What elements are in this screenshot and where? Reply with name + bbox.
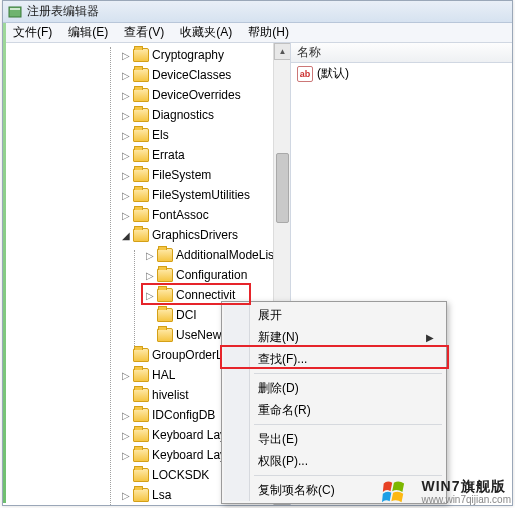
menu-favorites[interactable]: 收藏夹(A) bbox=[172, 22, 240, 43]
tree-label: FileSystem bbox=[152, 168, 211, 182]
expand-icon[interactable]: ▷ bbox=[119, 88, 133, 102]
expand-icon[interactable]: ▷ bbox=[119, 48, 133, 62]
menu-item-label: 删除(D) bbox=[258, 380, 299, 397]
tree-label: DeviceOverrides bbox=[152, 88, 241, 102]
expand-icon[interactable]: ▷ bbox=[119, 108, 133, 122]
expand-icon[interactable]: ▷ bbox=[119, 448, 133, 462]
folder-icon bbox=[133, 468, 149, 482]
tree-node-diagnostics[interactable]: ▷Diagnostics bbox=[5, 105, 290, 125]
tree-node-graphicsdrivers[interactable]: ◢GraphicsDrivers bbox=[5, 225, 290, 245]
tree-label: Errata bbox=[152, 148, 185, 162]
menu-edit[interactable]: 编辑(E) bbox=[60, 22, 116, 43]
tree-node-deviceoverrides[interactable]: ▷DeviceOverrides bbox=[5, 85, 290, 105]
tree-label: FileSystemUtilities bbox=[152, 188, 250, 202]
menu-item-label: 展开 bbox=[258, 307, 282, 324]
folder-icon bbox=[133, 428, 149, 442]
tree-label: Cryptography bbox=[152, 48, 224, 62]
left-decoration bbox=[3, 23, 6, 503]
tree-node-filesystem[interactable]: ▷FileSystem bbox=[5, 165, 290, 185]
tree-node-cryptography[interactable]: ▷Cryptography bbox=[5, 45, 290, 65]
no-expand-icon bbox=[119, 348, 133, 362]
no-expand-icon bbox=[119, 388, 133, 402]
tree-node-additionalmodelis[interactable]: ▷AdditionalModeLis bbox=[5, 245, 290, 265]
expand-icon[interactable]: ▷ bbox=[119, 488, 133, 502]
folder-icon bbox=[133, 388, 149, 402]
watermark-title: WIN7旗舰版 bbox=[422, 479, 511, 494]
folder-icon bbox=[133, 68, 149, 82]
folder-icon bbox=[133, 148, 149, 162]
menu-item-label: 复制项名称(C) bbox=[258, 482, 335, 499]
app-icon bbox=[7, 4, 23, 20]
expand-icon[interactable]: ▷ bbox=[143, 268, 157, 282]
tree-label: GroupOrderLi bbox=[152, 348, 225, 362]
tree-node-filesystemutilities[interactable]: ▷FileSystemUtilities bbox=[5, 185, 290, 205]
tree-label: Connectivit bbox=[176, 288, 235, 302]
expand-icon[interactable]: ▷ bbox=[143, 248, 157, 262]
expand-icon[interactable]: ▷ bbox=[119, 148, 133, 162]
folder-icon bbox=[157, 308, 173, 322]
collapse-icon[interactable]: ◢ bbox=[119, 228, 133, 242]
folder-icon bbox=[133, 88, 149, 102]
folder-icon bbox=[133, 128, 149, 142]
tree-label: IDConfigDB bbox=[152, 408, 215, 422]
folder-icon bbox=[133, 448, 149, 462]
value-row-default[interactable]: ab (默认) bbox=[291, 63, 512, 84]
string-value-icon: ab bbox=[297, 66, 313, 82]
expand-icon[interactable]: ▷ bbox=[143, 288, 157, 302]
menu-item-label: 重命名(R) bbox=[258, 402, 311, 419]
expand-icon[interactable]: ▷ bbox=[119, 68, 133, 82]
folder-icon bbox=[133, 348, 149, 362]
folder-icon bbox=[133, 368, 149, 382]
folder-icon bbox=[133, 188, 149, 202]
menu-item-权限p[interactable]: 权限(P)... bbox=[224, 450, 444, 472]
expand-icon[interactable]: ▷ bbox=[119, 188, 133, 202]
tree-node-deviceclasses[interactable]: ▷DeviceClasses bbox=[5, 65, 290, 85]
folder-icon bbox=[133, 228, 149, 242]
expand-icon[interactable]: ▷ bbox=[119, 408, 133, 422]
tree-node-errata[interactable]: ▷Errata bbox=[5, 145, 290, 165]
menu-item-新建n[interactable]: 新建(N)▶ bbox=[224, 326, 444, 348]
menu-view[interactable]: 查看(V) bbox=[116, 22, 172, 43]
value-name: (默认) bbox=[317, 65, 349, 82]
tree-node-configuration[interactable]: ▷Configuration bbox=[5, 265, 290, 285]
expand-icon[interactable]: ▷ bbox=[119, 208, 133, 222]
menu-item-label: 导出(E) bbox=[258, 431, 298, 448]
scroll-thumb[interactable] bbox=[276, 153, 289, 223]
tree-label: LOCKSDK bbox=[152, 468, 209, 482]
expand-icon[interactable]: ▷ bbox=[119, 168, 133, 182]
folder-icon bbox=[157, 268, 173, 282]
menu-item-label: 查找(F)... bbox=[258, 351, 307, 368]
tree-label: Configuration bbox=[176, 268, 247, 282]
menu-item-重命名r[interactable]: 重命名(R) bbox=[224, 399, 444, 421]
menu-file[interactable]: 文件(F) bbox=[5, 22, 60, 43]
tree-label: Els bbox=[152, 128, 169, 142]
folder-icon bbox=[133, 48, 149, 62]
tree-label: FontAssoc bbox=[152, 208, 209, 222]
tree-label: DeviceClasses bbox=[152, 68, 231, 82]
folder-icon bbox=[133, 488, 149, 502]
tree-label: Diagnostics bbox=[152, 108, 214, 122]
menu-help[interactable]: 帮助(H) bbox=[240, 22, 297, 43]
regedit-window: 注册表编辑器 文件(F) 编辑(E) 查看(V) 收藏夹(A) 帮助(H) ▷C… bbox=[2, 0, 513, 506]
tree-label: hivelist bbox=[152, 388, 189, 402]
titlebar[interactable]: 注册表编辑器 bbox=[3, 1, 512, 23]
tree-node-fontassoc[interactable]: ▷FontAssoc bbox=[5, 205, 290, 225]
menu-item-label: 新建(N) bbox=[258, 329, 299, 346]
expand-icon[interactable]: ▷ bbox=[119, 368, 133, 382]
menu-item-删除d[interactable]: 删除(D) bbox=[224, 377, 444, 399]
menu-separator bbox=[254, 475, 442, 476]
expand-icon[interactable]: ▷ bbox=[119, 128, 133, 142]
menu-separator bbox=[254, 424, 442, 425]
content-area: ▷Cryptography▷DeviceClasses▷DeviceOverri… bbox=[3, 43, 512, 505]
scroll-up-icon[interactable]: ▲ bbox=[274, 43, 291, 60]
menubar: 文件(F) 编辑(E) 查看(V) 收藏夹(A) 帮助(H) bbox=[3, 23, 512, 43]
tree-label: AdditionalModeLis bbox=[176, 248, 274, 262]
menu-item-导出e[interactable]: 导出(E) bbox=[224, 428, 444, 450]
tree-node-els[interactable]: ▷Els bbox=[5, 125, 290, 145]
menu-item-查找f[interactable]: 查找(F)... bbox=[224, 348, 444, 370]
submenu-arrow-icon: ▶ bbox=[426, 332, 434, 343]
column-header-name[interactable]: 名称 bbox=[291, 43, 512, 63]
menu-item-展开[interactable]: 展开 bbox=[224, 304, 444, 326]
expand-icon[interactable]: ▷ bbox=[119, 428, 133, 442]
tree-label: HAL bbox=[152, 368, 175, 382]
